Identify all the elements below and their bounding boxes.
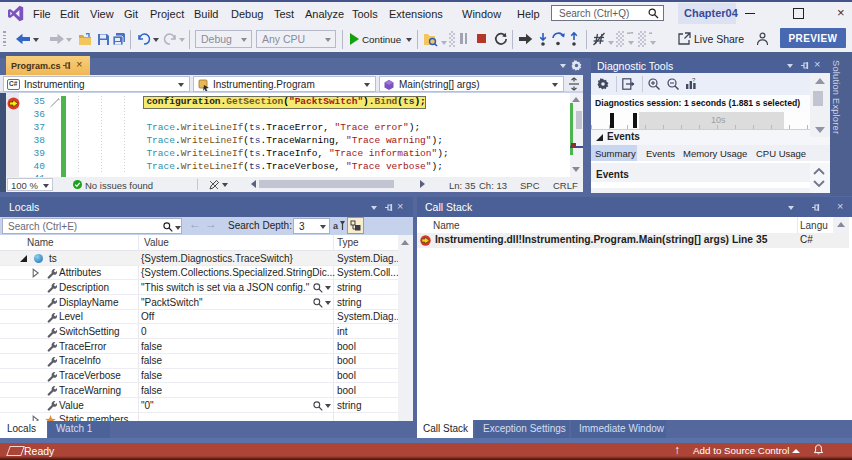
svg-text:a: a (333, 221, 339, 231)
svg-text:?: ? (692, 77, 696, 83)
